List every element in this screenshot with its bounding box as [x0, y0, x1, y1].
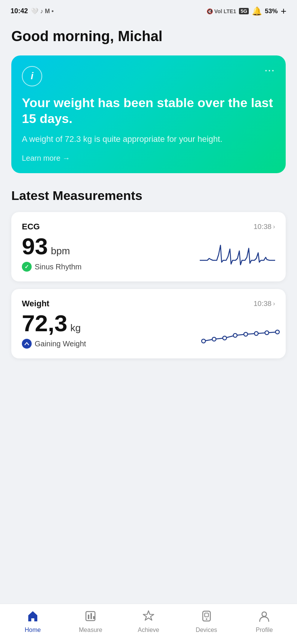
weight-time: 10:38 › — [254, 300, 275, 308]
ecg-left: 93 bpm ✓ Sinus Rhythm — [22, 235, 200, 272]
ecg-time: 10:38 › — [254, 223, 275, 231]
chevron-right-icon: › — [273, 223, 275, 231]
ecg-label: ECG — [22, 222, 40, 232]
weight-left: 72,3 kg Gaining Weight — [22, 312, 200, 349]
svg-point-13 — [206, 618, 207, 620]
ecg-chart — [200, 238, 275, 272]
svg-point-2 — [223, 336, 227, 340]
info-card-title: Your weight has been stable over the las… — [22, 95, 275, 127]
nav-item-home[interactable]: Home — [4, 609, 62, 633]
info-card-subtitle: A weight of 72.3 kg is quite appropriate… — [22, 134, 275, 145]
bell-icon: 🔔 — [252, 6, 262, 16]
ecg-value-row: 93 bpm ✓ Sinus Rhythm — [22, 235, 275, 272]
svg-point-0 — [202, 339, 205, 343]
svg-point-15 — [262, 612, 266, 616]
ecg-card-header: ECG 10:38 › — [22, 222, 275, 232]
weight-value-row: 72,3 kg Gaining Weight — [22, 312, 275, 349]
measure-icon — [84, 609, 97, 624]
svg-rect-9 — [88, 615, 89, 619]
status-bar: 10:42 🤍 ♪ M • 🔇 Vol LTE1 5G 🔔 53% + — [0, 0, 297, 21]
info-card: i ··· Your weight has been stable over t… — [11, 55, 286, 174]
sinus-rhythm-icon: ✓ — [22, 262, 32, 272]
greeting-text: Good morning, Michal — [11, 28, 286, 45]
chevron-right-icon: › — [273, 300, 275, 307]
svg-point-1 — [212, 337, 216, 341]
svg-point-3 — [233, 334, 237, 337]
svg-point-5 — [254, 332, 258, 335]
weight-chart — [200, 315, 275, 349]
weight-card[interactable]: Weight 10:38 › 72,3 kg Gaining W — [11, 289, 286, 358]
home-icon — [26, 609, 40, 624]
nav-item-measure[interactable]: Measure — [62, 609, 120, 633]
achieve-icon — [142, 609, 155, 624]
weight-card-header: Weight 10:38 › — [22, 299, 275, 309]
gaining-weight-icon — [22, 339, 32, 349]
info-icon: i — [22, 66, 42, 86]
ecg-value: 93 bpm — [22, 235, 200, 258]
nav-item-profile[interactable]: Profile — [235, 609, 293, 633]
nav-label-home: Home — [24, 627, 41, 633]
nav-label-profile: Profile — [256, 627, 273, 633]
svg-point-4 — [244, 332, 248, 336]
svg-point-6 — [265, 331, 269, 335]
svg-point-7 — [276, 330, 279, 334]
info-card-header: i ··· — [22, 66, 275, 86]
ecg-status: ✓ Sinus Rhythm — [22, 262, 200, 272]
nav-label-measure: Measure — [79, 627, 102, 633]
svg-rect-14 — [205, 613, 208, 617]
bottom-nav: Home Measure Achieve — [0, 604, 297, 644]
main-content: Good morning, Michal i ··· Your weight h… — [0, 21, 297, 419]
more-options-button[interactable]: ··· — [265, 66, 275, 76]
nav-label-devices: Devices — [196, 627, 217, 633]
plus-icon[interactable]: + — [281, 5, 286, 17]
learn-more-link[interactable]: Learn more → — [22, 154, 275, 163]
status-time: 10:42 🤍 ♪ M • — [11, 7, 54, 15]
section-title-measurements: Latest Measurements — [11, 188, 286, 203]
weight-status: Gaining Weight — [22, 339, 200, 349]
status-right-icons: 🔇 Vol LTE1 5G 🔔 53% + — [207, 5, 286, 17]
svg-rect-11 — [93, 616, 95, 619]
svg-rect-10 — [90, 613, 92, 619]
weight-label: Weight — [22, 299, 49, 309]
profile-icon — [257, 609, 271, 624]
devices-icon — [200, 609, 213, 624]
nav-item-achieve[interactable]: Achieve — [119, 609, 178, 633]
weight-value: 72,3 kg — [22, 312, 200, 335]
nav-label-achieve: Achieve — [138, 627, 159, 633]
ecg-card[interactable]: ECG 10:38 › 93 bpm ✓ Sinus Rhythm — [11, 212, 286, 281]
nav-item-devices[interactable]: Devices — [178, 609, 236, 633]
